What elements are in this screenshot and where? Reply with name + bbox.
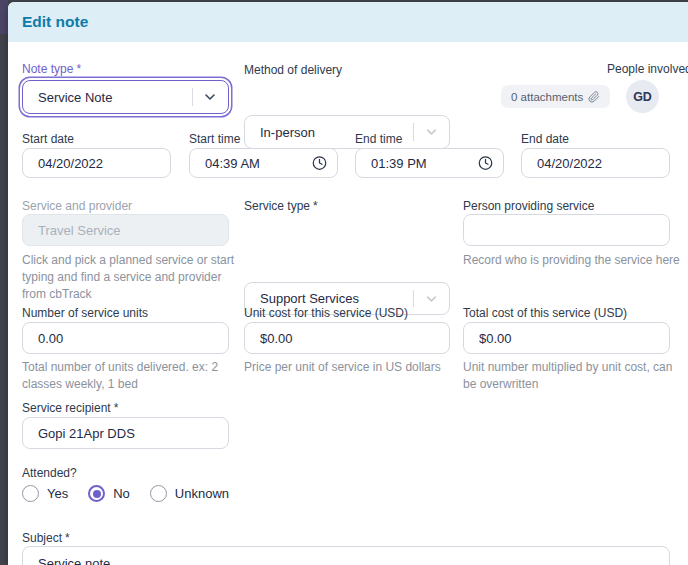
chevron-down-icon (202, 89, 218, 105)
start-date-label: Start date (22, 132, 74, 146)
service-provider-input (22, 214, 229, 246)
unit-cost-help: Price per unit of service in US dollars (244, 359, 462, 376)
radio-yes[interactable]: Yes (22, 485, 68, 502)
service-type-label: Service type* (244, 199, 318, 213)
radio-unknown[interactable]: Unknown (150, 485, 229, 502)
edit-note-dialog: Edit note Note type* Service Note Method… (8, 2, 688, 565)
method-of-delivery-value: In-person (260, 125, 315, 140)
subject-input[interactable] (22, 546, 670, 565)
dialog-header: Edit note (8, 2, 688, 42)
select-divider (413, 290, 414, 307)
method-of-delivery-select[interactable]: In-person (244, 115, 450, 149)
page-title: Edit note (22, 13, 88, 31)
unit-cost-input[interactable] (244, 322, 450, 354)
person-providing-label: Person providing service (463, 199, 594, 213)
recipient-label: Service recipient* (22, 401, 118, 415)
units-input[interactable] (22, 322, 229, 354)
chevron-down-icon (424, 291, 439, 306)
radio-no[interactable]: No (88, 485, 130, 502)
unit-cost-label: Unit cost for this service (USD) (244, 306, 408, 320)
total-cost-help: Unit number multiplied by unit cost, can… (463, 359, 681, 393)
total-cost-label: Total cost of this service (USD) (463, 306, 627, 320)
chevron-down-icon (424, 125, 439, 140)
service-provider-label: Service and provider (22, 199, 132, 213)
start-time-label: Start time (189, 132, 240, 146)
clock-icon (312, 156, 327, 171)
units-help: Total number of units delivered. ex: 2 c… (22, 359, 244, 393)
backdrop (0, 0, 8, 34)
attachments-label: 0 attachments (511, 91, 583, 103)
attachments-button[interactable]: 0 attachments (501, 85, 610, 108)
radio-circle (150, 485, 167, 502)
end-date-label: End date (521, 132, 569, 146)
note-type-label: Note type* (22, 62, 81, 76)
attended-radio-group: Yes No Unknown (22, 485, 229, 502)
note-type-select[interactable]: Service Note (22, 80, 229, 114)
service-provider-help: Click and pick a planned service or star… (22, 252, 240, 303)
avatar[interactable]: GD (626, 80, 659, 113)
subject-label: Subject* (22, 531, 70, 545)
units-label: Number of service units (22, 306, 148, 320)
recipient-input[interactable] (22, 417, 229, 449)
end-time-label: End time (355, 132, 402, 146)
clock-icon (478, 156, 493, 171)
start-date-input[interactable] (22, 148, 171, 178)
service-type-value: Support Services (260, 291, 359, 306)
radio-circle (22, 485, 39, 502)
person-providing-help: Record who is providing the service here (463, 252, 681, 269)
paperclip-icon (588, 91, 600, 103)
attended-label: Attended? (22, 466, 77, 480)
total-cost-input[interactable] (463, 322, 670, 354)
select-divider (192, 88, 193, 106)
note-type-value: Service Note (38, 90, 112, 105)
method-of-delivery-label: Method of delivery (244, 63, 342, 77)
person-providing-input[interactable] (463, 214, 670, 246)
radio-circle (88, 485, 105, 502)
select-divider (413, 123, 414, 141)
people-involved-label: People involved (607, 62, 688, 76)
end-date-input[interactable] (521, 148, 670, 178)
